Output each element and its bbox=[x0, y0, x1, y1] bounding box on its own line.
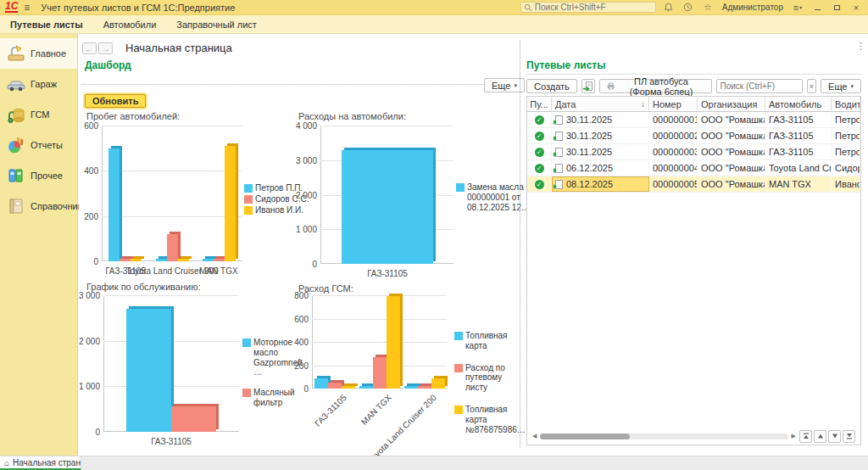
waybills-toolbar: Создать ПЛ автобуса (Форма 6спец) × Еще▾ bbox=[526, 79, 861, 93]
global-search[interactable] bbox=[520, 2, 656, 13]
notifications-bell-icon[interactable] bbox=[662, 2, 676, 14]
go-last-button[interactable] bbox=[843, 430, 855, 443]
dashboard-heading: Дашборд bbox=[85, 59, 131, 71]
scroll-right-icon[interactable]: ▶ bbox=[792, 433, 796, 439]
cell-date[interactable]: 30.11.2025 bbox=[552, 112, 649, 127]
minimize-button[interactable] bbox=[810, 2, 824, 14]
chevron-down-icon: ▾ bbox=[850, 83, 854, 90]
sidebar-label: ГСМ bbox=[31, 109, 49, 120]
cell-car: ГАЗ-31105 bbox=[765, 128, 832, 143]
cell-org: ООО "Ромашка" bbox=[698, 128, 765, 143]
sidebar-item-glavnoe[interactable]: Главное bbox=[0, 38, 77, 69]
cell-driver: Петров П.П. bbox=[832, 128, 860, 143]
status-ok-icon: ✓ bbox=[535, 180, 544, 189]
column-header-status[interactable]: Пу... bbox=[527, 97, 552, 111]
horizontal-scrollbar[interactable] bbox=[540, 434, 787, 439]
book-icon bbox=[6, 196, 26, 216]
1c-logo: 1С bbox=[5, 2, 18, 13]
page-down-button[interactable] bbox=[828, 430, 841, 443]
bus-form-button[interactable]: ПЛ автобуса (Форма 6спец) bbox=[599, 79, 711, 93]
sidebar-label: Главное bbox=[31, 48, 66, 59]
cell-number: 000000005 bbox=[649, 176, 698, 192]
history-clock-icon[interactable] bbox=[682, 2, 695, 14]
global-search-input[interactable] bbox=[535, 3, 653, 12]
create-button[interactable]: Создать bbox=[526, 79, 577, 93]
forward-button[interactable]: → bbox=[98, 42, 113, 54]
document-icon bbox=[555, 148, 563, 157]
table-header: Пу... Дата ↓ Номер Организация Автомобил… bbox=[527, 97, 860, 112]
table-row[interactable]: ✓08.12.2025000000005ООО "Ромашка"MAN TGX… bbox=[527, 176, 860, 193]
maximize-button[interactable] bbox=[830, 2, 843, 14]
service-menu-icon[interactable]: ≡▾ bbox=[791, 2, 804, 14]
cell-driver: Петров П.П. bbox=[832, 144, 860, 159]
folders-icon bbox=[6, 165, 26, 186]
waybills-more-button[interactable]: Еще▾ bbox=[821, 79, 861, 93]
waybills-separator bbox=[526, 74, 861, 75]
dashboard-separator bbox=[82, 84, 516, 85]
column-header-date[interactable]: Дата ↓ bbox=[552, 97, 649, 111]
cell-date[interactable]: 08.12.2025 bbox=[552, 176, 649, 192]
sidebar-item-otchety[interactable]: Отчеты bbox=[0, 130, 77, 160]
sidebar-item-garazh[interactable]: Гараж bbox=[0, 69, 77, 99]
scrollbar-thumb[interactable] bbox=[540, 434, 629, 439]
back-button[interactable]: ← bbox=[82, 42, 97, 54]
table-row[interactable]: ✓30.11.2025000000001ООО "Ромашка"ГАЗ-311… bbox=[527, 112, 860, 128]
table-footer: ◀ ▶ bbox=[527, 428, 860, 445]
home-icon: ⌂ bbox=[4, 458, 9, 467]
cell-number: 000000004 bbox=[649, 160, 698, 176]
cell-number: 000000002 bbox=[649, 128, 698, 143]
app-title: Учет путевых листов и ГСМ 1С:Предприятие bbox=[41, 3, 235, 13]
menu-putevye-listy[interactable]: Путевые листы bbox=[10, 20, 83, 30]
document-icon bbox=[555, 115, 563, 125]
cell-driver: Петров П.П. bbox=[832, 112, 860, 127]
search-icon bbox=[524, 3, 532, 12]
sidebar-item-spravochniki[interactable]: Справочники bbox=[0, 191, 77, 221]
table-row[interactable]: ✓06.12.2025000000004ООО "Ромашка"Toyota … bbox=[527, 160, 860, 176]
waybills-search-input[interactable] bbox=[721, 81, 798, 91]
waybills-heading: Путевые листы bbox=[526, 59, 861, 71]
refresh-button[interactable]: Обновить bbox=[85, 94, 146, 108]
hamburger-icon[interactable]: ≡ bbox=[24, 2, 30, 14]
close-button[interactable]: × bbox=[849, 2, 863, 14]
page-up-button[interactable] bbox=[814, 430, 826, 443]
panel-splitter[interactable] bbox=[520, 41, 524, 448]
current-user[interactable]: Администратор bbox=[722, 3, 783, 12]
sidebar-item-gsm[interactable]: ГСМ bbox=[0, 99, 77, 130]
section-menu: Путевые листы Автомобили Заправочный лис… bbox=[0, 15, 868, 34]
fuel-icon bbox=[6, 104, 26, 125]
go-first-button[interactable] bbox=[799, 430, 812, 443]
sidebar-label: Отчеты bbox=[31, 140, 63, 150]
cell-car: Toyota Land Cruiser 200 bbox=[765, 160, 832, 176]
column-header-car[interactable]: Автомобиль bbox=[765, 97, 832, 111]
waybills-search[interactable] bbox=[716, 79, 803, 93]
kebab-menu-icon[interactable]: ⋮ bbox=[856, 41, 865, 52]
title-bar: 1С ≡ Учет путевых листов и ГСМ 1С:Предпр… bbox=[0, 0, 868, 15]
menu-avtomobili[interactable]: Автомобили bbox=[103, 20, 157, 30]
column-header-org[interactable]: Организация bbox=[698, 97, 765, 111]
cell-number: 000000001 bbox=[649, 112, 698, 127]
cell-driver: Сидоров С.С. bbox=[832, 160, 860, 176]
open-windows-bar: ⌂ Начальная страница bbox=[0, 456, 868, 470]
table-row[interactable]: ✓30.11.2025000000003ООО "Ромашка"ГАЗ-311… bbox=[527, 144, 860, 160]
cell-date[interactable]: 30.11.2025 bbox=[552, 128, 649, 143]
menu-zapravochny-list[interactable]: Заправочный лист bbox=[176, 20, 257, 30]
column-header-number[interactable]: Номер bbox=[649, 97, 698, 111]
dashboard-more-button[interactable]: Еще▾ bbox=[484, 78, 525, 92]
cell-org: ООО "Ромашка" bbox=[698, 160, 765, 176]
table-row[interactable]: ✓30.11.2025000000002ООО "Ромашка"ГАЗ-311… bbox=[527, 128, 860, 144]
cell-number: 000000003 bbox=[649, 144, 698, 159]
create-copy-button[interactable] bbox=[581, 79, 595, 93]
taskbar-tab-home[interactable]: ⌂ Начальная страница bbox=[0, 456, 81, 470]
search-clear-button[interactable]: × bbox=[807, 79, 816, 93]
cell-status: ✓ bbox=[527, 112, 552, 127]
reports-icon bbox=[6, 135, 26, 155]
scroll-left-icon[interactable]: ◀ bbox=[532, 433, 537, 439]
sidebar-item-prochee[interactable]: Прочее bbox=[0, 160, 77, 191]
waybills-panel: Путевые листы Создать ПЛ автобуса (Форма… bbox=[526, 59, 861, 445]
cell-car: ГАЗ-31105 bbox=[765, 144, 832, 159]
column-header-driver[interactable]: Водитель bbox=[832, 97, 860, 111]
copy-document-icon bbox=[582, 81, 594, 92]
favorites-star-icon[interactable]: ☆ bbox=[701, 2, 715, 14]
cell-date[interactable]: 06.12.2025 bbox=[552, 160, 649, 176]
cell-date[interactable]: 30.11.2025 bbox=[552, 144, 649, 159]
